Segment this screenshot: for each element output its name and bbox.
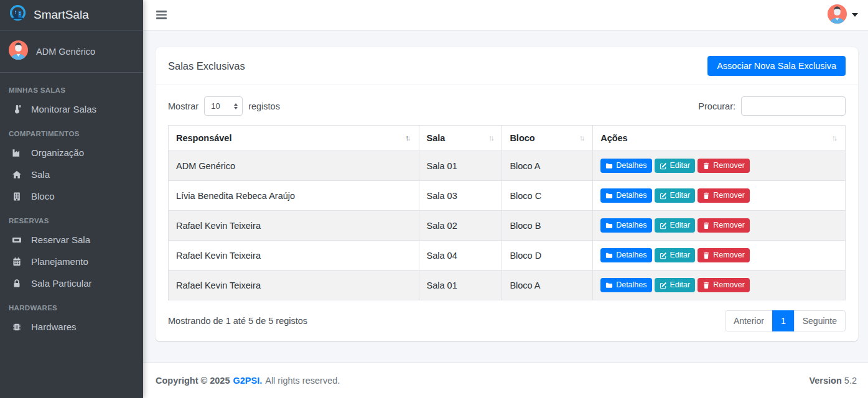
sidebar-item-planejamento[interactable]: Planejamento <box>0 251 143 272</box>
sidebar-item-label: Sala <box>31 169 50 180</box>
folder-icon <box>605 162 613 170</box>
trash-icon <box>702 222 710 229</box>
card-body: Mostrar 10 registos Procurar: <box>156 85 858 341</box>
pagination-previous-button[interactable]: Anterior <box>725 310 773 331</box>
building-icon <box>11 192 23 201</box>
remover-button[interactable]: Remover <box>698 248 750 262</box>
cell-responsavel: ADM Genérico <box>169 151 419 181</box>
cell-sala: Sala 02 <box>419 211 502 241</box>
cell-bloco: Bloco C <box>502 181 593 211</box>
sidebar-item-reservar-sala[interactable]: Reservar Sala <box>0 229 143 251</box>
sidebar-item-label: Sala Particular <box>31 278 92 289</box>
column-header-responsavel[interactable]: Responsável ↑↓ <box>169 126 419 151</box>
detalhes-button[interactable]: Detalhes <box>600 159 651 173</box>
salas-table: Responsável ↑↓ Sala ↑↓ <box>168 125 846 300</box>
sidebar-item-label: Planejamento <box>31 256 88 267</box>
records-label: registos <box>248 101 280 111</box>
editar-button[interactable]: Editar <box>655 248 696 262</box>
sort-icon: ↑↓ <box>405 134 411 142</box>
cell-bloco: Bloco A <box>502 151 593 181</box>
version-info: Version5.2 <box>809 376 857 386</box>
search-label: Procurar: <box>698 101 735 111</box>
user-avatar <box>8 40 29 63</box>
page-length-select[interactable]: 10 <box>204 96 243 116</box>
salas-exclusivas-card: Salas Exclusivas Associar Nova Sala Excl… <box>156 47 858 341</box>
edit-icon <box>660 222 667 229</box>
remover-button[interactable]: Remover <box>698 188 750 203</box>
cell-bloco: Bloco A <box>502 271 593 300</box>
remover-button[interactable]: Remover <box>698 278 750 292</box>
sidebar-item-organizacao[interactable]: Organização <box>0 142 143 164</box>
pagination-next-button[interactable]: Seguinte <box>794 310 846 331</box>
search-input[interactable] <box>741 96 846 116</box>
cell-acoes: Detalhes Editar Remover <box>593 211 846 241</box>
cell-responsavel: Rafael Kevin Teixeira <box>169 211 419 241</box>
edit-icon <box>660 162 667 170</box>
cell-responsavel: Rafael Kevin Teixeira <box>169 271 419 300</box>
copyright: Copyright © 2025G2PSI.All rights reserve… <box>156 376 340 386</box>
lock-icon <box>11 279 23 289</box>
editar-button[interactable]: Editar <box>655 188 696 203</box>
sidebar-item-monitorar-salas[interactable]: Monitorar Salas <box>0 98 143 120</box>
nav-header-reservas: RESERVAS <box>0 207 143 229</box>
page-title: Salas Exclusivas <box>168 60 245 72</box>
user-dropdown[interactable] <box>827 4 858 27</box>
card-header: Salas Exclusivas Associar Nova Sala Excl… <box>156 47 858 85</box>
sort-icon: ↑↓ <box>488 134 495 142</box>
table-row: Rafael Kevin Teixeira Sala 04 Bloco D De… <box>169 241 846 271</box>
sidebar-item-sala[interactable]: Sala <box>0 164 143 185</box>
detalhes-button[interactable]: Detalhes <box>600 188 651 203</box>
cell-acoes: Detalhes Editar Remover <box>593 241 846 271</box>
smartsala-logo-icon <box>8 4 27 26</box>
cell-acoes: Detalhes Editar Remover <box>593 181 846 211</box>
sidebar-item-sala-particular[interactable]: Sala Particular <box>0 272 143 294</box>
editar-button[interactable]: Editar <box>655 159 696 173</box>
sidebar-toggle-button[interactable] <box>154 7 169 23</box>
remover-button[interactable]: Remover <box>698 218 750 233</box>
cell-sala: Sala 01 <box>419 271 502 300</box>
g2psi-link[interactable]: G2PSI. <box>233 376 262 386</box>
table-header-row: Responsável ↑↓ Sala ↑↓ <box>169 126 846 151</box>
detalhes-button[interactable]: Detalhes <box>600 218 651 233</box>
cell-responsavel: Rafael Kevin Teixeira <box>169 241 419 271</box>
records-summary: Mostrando de 1 até 5 de 5 registos <box>168 316 307 326</box>
cell-bloco: Bloco B <box>502 211 593 241</box>
brand-title: SmartSala <box>34 8 89 22</box>
nav-header-compartimentos: COMPARTIMENTOS <box>0 120 143 142</box>
table-row: ADM Genérico Sala 01 Bloco A Detalhes Ed… <box>169 151 846 181</box>
ticket-icon <box>11 235 23 245</box>
calendar-icon <box>11 257 23 267</box>
column-header-bloco[interactable]: Bloco ↑↓ <box>502 126 593 151</box>
app-window: SmartSala ADM Genérico MINHAS SALAS <box>0 0 868 398</box>
sidebar-item-hardwares[interactable]: Hardwares <box>0 316 143 338</box>
user-name-link[interactable]: ADM Genérico <box>36 47 95 57</box>
trash-icon <box>702 192 710 200</box>
editar-button[interactable]: Editar <box>655 218 696 233</box>
pagination: Anterior 1 Seguinte <box>725 310 846 331</box>
trash-icon <box>702 252 710 259</box>
nav-header-hardwares: HARDWARES <box>0 294 143 316</box>
detalhes-button[interactable]: Detalhes <box>600 248 651 262</box>
editar-button[interactable]: Editar <box>655 278 696 292</box>
sidebar: SmartSala ADM Genérico MINHAS SALAS <box>0 0 143 398</box>
main-area: Salas Exclusivas Associar Nova Sala Excl… <box>143 0 868 398</box>
pagination-page-1-button[interactable]: 1 <box>772 310 795 331</box>
sidebar-item-label: Hardwares <box>31 322 77 332</box>
sidebar-item-bloco[interactable]: Bloco <box>0 185 143 207</box>
column-header-sala[interactable]: Sala ↑↓ <box>419 126 502 151</box>
sidebar-nav: MINHAS SALAS Monitorar Salas COMPARTIMEN… <box>0 73 143 338</box>
associar-nova-sala-button[interactable]: Associar Nova Sala Exclusiva <box>707 56 846 76</box>
table-row: Rafael Kevin Teixeira Sala 02 Bloco B De… <box>169 211 846 241</box>
home-icon <box>11 170 23 180</box>
remover-button[interactable]: Remover <box>698 159 750 173</box>
table-row: Rafael Kevin Teixeira Sala 01 Bloco A De… <box>169 271 846 300</box>
brand-link[interactable]: SmartSala <box>0 0 143 30</box>
folder-icon <box>605 192 613 200</box>
detalhes-button[interactable]: Detalhes <box>600 278 651 292</box>
cell-bloco: Bloco D <box>502 241 593 271</box>
table-footer: Mostrando de 1 até 5 de 5 registos Anter… <box>168 310 846 331</box>
column-header-acoes[interactable]: Ações ↑↓ <box>593 126 846 151</box>
nav-header-minhas-salas: MINHAS SALAS <box>0 76 143 98</box>
content: Salas Exclusivas Associar Nova Sala Excl… <box>143 30 868 363</box>
folder-icon <box>605 282 613 289</box>
